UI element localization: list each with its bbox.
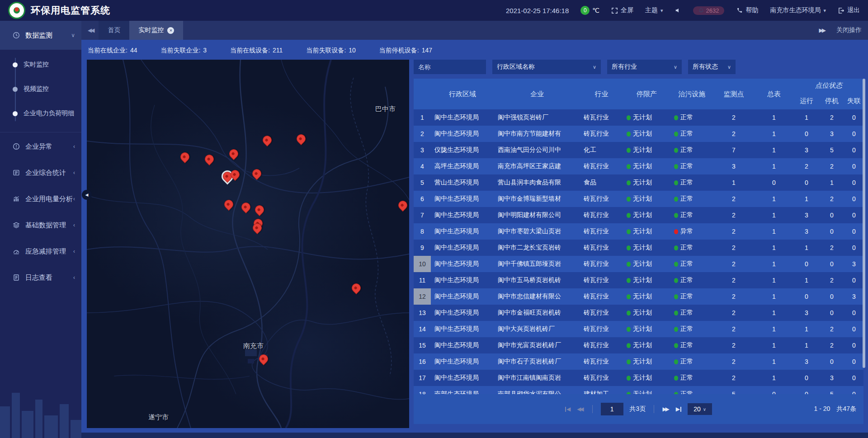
tab-close-icon[interactable]: × [167, 27, 174, 34]
cell-company[interactable]: 阆中强锐页岩砖厂 [494, 113, 580, 122]
cell-industry: 砖瓦行业 [580, 276, 623, 284]
table-row[interactable]: 17 阆中生态环境局 阆中市江南镇阆南页岩 砖瓦行业 无计划 正常 2 1 0 … [414, 370, 863, 386]
cell-points: 2 [713, 342, 754, 349]
cell-stopped: 0 [819, 309, 844, 316]
production-status-dot [627, 327, 631, 332]
tab-scroll-right-icon[interactable]: ▶▶ [819, 27, 825, 33]
facility-status-dot [674, 262, 678, 267]
industry-select[interactable]: 所有行业∨ [607, 60, 682, 74]
close-operations-button[interactable]: 关闭操作 [836, 26, 862, 34]
sidebar-item-emergency-reduction[interactable]: 应急减排管理 ‹ [0, 238, 81, 264]
tab-realtime-monitor[interactable]: 实时监控 × [129, 21, 183, 40]
cell-company[interactable]: 阆中明阳建材有限公司 [494, 211, 580, 219]
pagination-last-button[interactable]: ▶ [676, 406, 681, 412]
row-number: 1 [414, 109, 431, 126]
chevron-left-icon: ‹ [73, 248, 75, 254]
cell-company[interactable]: 南充市高坪区王家店建 [494, 162, 580, 170]
table-row[interactable]: 5 营山生态环境局 营山县润丰肉食品有限 食品 无计划 正常 1 0 0 1 0 [414, 174, 863, 191]
table-row[interactable]: 9 阆中生态环境局 阆中市二龙长宝页岩砖 砖瓦行业 无计划 正常 2 1 1 2… [414, 240, 863, 256]
table-row[interactable]: 11 阆中生态环境局 阆中市五马桥页岩机砖 砖瓦行业 无计划 正常 2 1 1 … [414, 272, 863, 288]
map-panel[interactable]: 巴中市南充市遂宁市 [87, 60, 409, 428]
cell-offline: 3 [844, 293, 863, 300]
table-row[interactable]: 8 阆中生态环境局 阆中市枣碧大梁山页岩 砖瓦行业 无计划 异常 2 1 3 0… [414, 223, 863, 240]
table-row[interactable]: 7 阆中生态环境局 阆中明阳建材有限公司 砖瓦行业 无计划 正常 2 1 3 0… [414, 207, 863, 223]
tab-home[interactable]: 首页 [99, 21, 129, 40]
cell-industry: 砖瓦行业 [580, 211, 623, 219]
cell-company[interactable]: 阆中千佛镇五郎垭页岩 [494, 260, 580, 268]
table-row[interactable]: 12 阆中生态环境局 阆中市忠信建材有限公 砖瓦行业 无计划 正常 2 1 0 … [414, 288, 863, 305]
cell-stopped: 0 [819, 212, 844, 219]
theme-dropdown[interactable]: 主题▾ [645, 6, 663, 14]
cell-company[interactable]: 阆中市忠信建材有限公 [494, 292, 580, 301]
org-dropdown[interactable]: 南充市生态环境局▾ [770, 6, 826, 14]
table-row[interactable]: 6 阆中生态环境局 阆中市金博瑞新型墙材 砖瓦行业 无计划 正常 2 1 1 2… [414, 191, 863, 207]
cell-meters: 1 [754, 293, 794, 300]
cell-company[interactable]: 阆中市金福旺页岩机砖 [494, 309, 580, 317]
sidebar-item-base-data[interactable]: 基础数据管理 ‹ [0, 212, 81, 238]
page-number-input[interactable] [601, 403, 623, 415]
cell-company[interactable]: 西南油气田分公司川中 [494, 146, 580, 154]
tab-scroll-left-icon[interactable]: ◀◀ [88, 27, 93, 33]
cell-company[interactable]: 阆中市二龙长宝页岩砖 [494, 244, 580, 252]
table-row[interactable]: 16 阆中生态环境局 阆中市石子页岩机砖厂 砖瓦行业 无计划 正常 2 1 3 … [414, 353, 863, 370]
cell-company[interactable]: 营山县润丰肉食品有限 [494, 179, 580, 187]
pagination-prev-button[interactable]: ◀◀ [577, 406, 584, 412]
sidebar-item-company-abnormal[interactable]: 企业异常 ‹ [0, 133, 81, 160]
region-select[interactable]: 行政区域名称∨ [492, 60, 601, 74]
cell-company[interactable]: 阆中市五马桥页岩机砖 [494, 276, 580, 284]
cell-company[interactable]: 阆中市枣碧大梁山页岩 [494, 227, 580, 235]
cell-company[interactable]: 南部县砌华水泥有限公 [494, 390, 580, 394]
layers-icon [13, 221, 20, 229]
cell-company[interactable]: 阆中市石子页岩机砖厂 [494, 358, 580, 366]
cell-company[interactable]: 阆中市南方节能建材有 [494, 130, 580, 138]
cell-points: 2 [713, 293, 754, 300]
help-button[interactable]: 帮助 [736, 6, 758, 14]
table-row[interactable]: 1 阆中生态环境局 阆中强锐页岩砖厂 砖瓦行业 无计划 正常 2 1 1 2 0 [414, 109, 863, 126]
table-scrollbar[interactable] [863, 79, 865, 368]
cell-company[interactable]: 阆中大兴页岩机砖厂 [494, 325, 580, 333]
sidebar-item-data-monitor[interactable]: 数据监测 ∨ [0, 21, 81, 50]
table-row[interactable]: 4 高坪生态环境局 南充市高坪区王家店建 砖瓦行业 无计划 正常 3 1 2 2… [414, 158, 863, 174]
chevron-left-icon: ‹ [73, 143, 75, 150]
table-row[interactable]: 2 阆中生态环境局 阆中市南方节能建材有 砖瓦行业 无计划 正常 2 1 0 3… [414, 126, 863, 142]
sidebar-item-power-analysis[interactable]: 企业用电量分析 ‹ [0, 186, 81, 212]
sidebar-item-realtime-monitor[interactable]: 实时监控 [0, 52, 81, 77]
cell-company[interactable]: 阆中市金博瑞新型墙材 [494, 195, 580, 203]
name-search-input[interactable] [414, 60, 486, 74]
fullscreen-button[interactable]: 全屏 [611, 6, 633, 14]
cell-meters: 1 [754, 114, 794, 121]
sidebar-item-log-view[interactable]: 日志查看 ‹ [0, 264, 81, 291]
cell-company[interactable]: 阆中市光富页岩机砖厂 [494, 341, 580, 349]
table-row[interactable]: 15 阆中生态环境局 阆中市光富页岩机砖厂 砖瓦行业 无计划 正常 2 1 1 … [414, 337, 863, 353]
production-status-dot [627, 359, 631, 364]
cell-industry: 化工 [580, 146, 623, 154]
table-row[interactable]: 14 阆中生态环境局 阆中大兴页岩机砖厂 砖瓦行业 无计划 正常 2 1 1 2… [414, 321, 863, 337]
cell-region: 阆中生态环境局 [431, 227, 494, 235]
status-select[interactable]: 所有状态∨ [688, 60, 736, 74]
cell-offline: 0 [844, 309, 863, 316]
cell-points: 7 [713, 146, 754, 154]
cell-points: 5 [713, 391, 754, 394]
cell-production: 无计划 [623, 341, 670, 349]
gauge-icon [13, 248, 20, 255]
sidebar-item-power-load-detail[interactable]: 企业电力负荷明细 [0, 101, 81, 126]
notification-badge[interactable]: 2632 [693, 6, 725, 15]
sidebar: 数据监测 ∨ 实时监控 视频监控 企业电力负荷明细 企业异常 ‹ [0, 21, 81, 438]
table-row[interactable]: 18 南部生态环境局 南部县砌华水泥有限公 建材加工 无计划 正常 5 0 0 … [414, 386, 863, 394]
map-collapse-toggle[interactable]: ◀ [82, 190, 92, 200]
total-count-label: 共47条 [836, 405, 856, 413]
page-size-select[interactable]: 20∨ [688, 403, 712, 415]
pagination-next-button[interactable]: ▶▶ [662, 406, 669, 412]
caret-down-icon: ▾ [660, 8, 663, 14]
cell-offline: 0 [844, 358, 863, 365]
speaker-icon[interactable] [675, 7, 681, 14]
logout-button[interactable]: 退出 [838, 6, 860, 14]
sidebar-item-company-statistics[interactable]: 企业综合统计 ‹ [0, 160, 81, 186]
table-row[interactable]: 10 阆中生态环境局 阆中千佛镇五郎垭页岩 砖瓦行业 无计划 正常 2 1 0 … [414, 256, 863, 272]
table-row[interactable]: 3 仪陇生态环境局 西南油气田分公司川中 化工 无计划 正常 7 1 3 5 0 [414, 142, 863, 158]
cell-running: 3 [794, 146, 819, 154]
pagination-first-button[interactable]: ◀ [565, 406, 571, 412]
table-row[interactable]: 13 阆中生态环境局 阆中市金福旺页岩机砖 砖瓦行业 无计划 正常 2 1 3 … [414, 305, 863, 321]
sidebar-item-video-monitor[interactable]: 视频监控 [0, 77, 81, 101]
cell-company[interactable]: 阆中市江南镇阆南页岩 [494, 374, 580, 382]
